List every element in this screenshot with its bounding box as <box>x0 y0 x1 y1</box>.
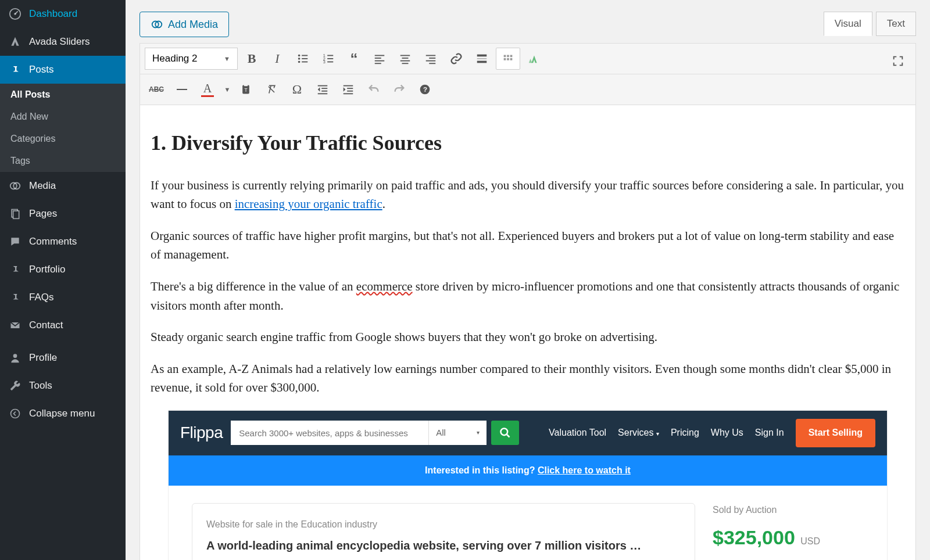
align-left-button[interactable] <box>368 47 391 70</box>
organic-traffic-link[interactable]: increasing your organic traffic <box>235 197 382 211</box>
menu-pages[interactable]: Pages <box>0 200 126 228</box>
menu-label: Tools <box>29 380 52 392</box>
menu-label: Posts <box>29 64 54 76</box>
menu-posts[interactable]: Posts <box>0 56 126 84</box>
wrench-icon <box>8 379 22 393</box>
submenu-tags[interactable]: Tags <box>0 150 126 172</box>
menu-label: Collapse menu <box>29 408 95 419</box>
menu-tools[interactable]: Tools <box>0 372 126 400</box>
svg-rect-34 <box>429 63 435 64</box>
submenu-categories[interactable]: Categories <box>0 128 126 150</box>
flippa-search-input[interactable] <box>231 421 428 445</box>
toolbar-row-1: Heading 2 ▼ B I 123 “ <box>140 44 915 74</box>
svg-rect-14 <box>302 58 307 59</box>
listing-title: A world-leading animal encyclopedia webs… <box>206 538 681 553</box>
svg-point-1 <box>14 13 16 15</box>
special-character-button[interactable]: Ω <box>285 78 309 101</box>
format-select[interactable]: Heading 2 ▼ <box>145 48 238 70</box>
tab-visual[interactable]: Visual <box>824 12 872 36</box>
listing-price: $325,000 USD <box>713 522 864 553</box>
svg-rect-37 <box>477 61 487 63</box>
content-paragraph: As an example, A-Z Animals had a relativ… <box>151 360 905 397</box>
menu-profile[interactable]: Profile <box>0 344 126 372</box>
toolbar-toggle-button[interactable] <box>496 48 520 70</box>
svg-rect-32 <box>429 58 435 59</box>
content-paragraph: Organic sources of traffic have higher p… <box>151 227 905 264</box>
watch-link[interactable]: Click here to watch it <box>538 465 631 475</box>
svg-rect-55 <box>344 93 353 94</box>
flippa-search: All▾ <box>231 421 519 445</box>
svg-rect-26 <box>375 63 381 64</box>
bullet-list-button[interactable] <box>291 47 314 70</box>
paste-text-button[interactable]: T <box>234 78 257 101</box>
svg-text:?: ? <box>423 85 427 93</box>
menu-comments[interactable]: Comments <box>0 228 126 256</box>
numbered-list-button[interactable]: 123 <box>317 47 340 70</box>
menu-media[interactable]: Media <box>0 172 126 200</box>
horizontal-rule-button[interactable] <box>170 78 194 101</box>
nav-valuation[interactable]: Valuation Tool <box>549 426 606 440</box>
svg-rect-28 <box>402 58 409 59</box>
comments-icon <box>8 235 22 249</box>
editor-content[interactable]: 1. Diversify Your Traffic Sources If you… <box>140 105 915 560</box>
redo-button[interactable] <box>388 78 411 101</box>
clear-formatting-button[interactable] <box>260 78 283 101</box>
nav-pricing[interactable]: Pricing <box>671 426 699 440</box>
avada-builder-button[interactable] <box>523 47 546 70</box>
outdent-button[interactable] <box>311 78 334 101</box>
svg-text:3: 3 <box>323 59 326 64</box>
svg-rect-16 <box>302 62 307 63</box>
read-more-button[interactable] <box>470 47 493 70</box>
flippa-category-select[interactable]: All▾ <box>428 421 487 445</box>
svg-rect-42 <box>507 58 509 60</box>
media-icon <box>151 18 163 31</box>
strikethrough-button[interactable]: ABC <box>145 78 168 101</box>
menu-label: Portfolio <box>29 264 65 275</box>
start-selling-button[interactable]: Start Selling <box>796 419 875 447</box>
add-media-button[interactable]: Add Media <box>140 12 229 37</box>
svg-rect-49 <box>321 88 327 89</box>
collapse-icon <box>8 407 22 421</box>
nav-whyus[interactable]: Why Us <box>711 426 743 440</box>
menu-portfolio[interactable]: Portfolio <box>0 256 126 283</box>
content-paragraph: There's a big difference in the value of… <box>151 277 905 315</box>
bold-button[interactable]: B <box>240 47 263 70</box>
help-button[interactable]: ? <box>413 78 437 101</box>
dashboard-icon <box>8 7 22 21</box>
flippa-logo: Flippa <box>180 420 223 445</box>
tab-text[interactable]: Text <box>876 12 916 36</box>
align-center-button[interactable] <box>394 47 417 70</box>
menu-dashboard[interactable]: Dashboard <box>0 0 126 28</box>
submenu-all-posts[interactable]: All Posts <box>0 84 126 106</box>
fullscreen-button[interactable] <box>886 49 910 73</box>
nav-services[interactable]: Services ▾ <box>618 426 659 440</box>
text-color-button[interactable]: A <box>196 78 219 101</box>
menu-contact[interactable]: Contact <box>0 311 126 339</box>
indent-button[interactable] <box>337 78 360 101</box>
svg-rect-53 <box>347 88 353 89</box>
svg-rect-43 <box>510 58 513 60</box>
menu-faqs[interactable]: FAQs <box>0 283 126 311</box>
link-button[interactable] <box>445 47 468 70</box>
pin-icon <box>8 263 22 277</box>
content-paragraph: Steady organic search engine traffic fro… <box>151 328 905 347</box>
undo-button[interactable] <box>362 78 385 101</box>
flippa-nav: Valuation Tool Services ▾ Pricing Why Us… <box>549 419 875 447</box>
format-select-value: Heading 2 <box>152 53 198 64</box>
menu-label: Contact <box>29 320 63 331</box>
svg-rect-12 <box>302 55 307 56</box>
menu-collapse[interactable]: Collapse menu <box>0 400 126 428</box>
content-paragraph: If your business is currently relying pr… <box>151 176 905 214</box>
svg-rect-35 <box>477 55 487 57</box>
svg-rect-5 <box>13 211 19 218</box>
italic-button[interactable]: I <box>266 47 289 70</box>
menu-avada-sliders[interactable]: Avada Sliders <box>0 28 126 56</box>
align-right-button[interactable] <box>419 47 442 70</box>
submenu-add-new[interactable]: Add New <box>0 106 126 128</box>
nav-signin[interactable]: Sign In <box>755 426 784 440</box>
flippa-search-button[interactable] <box>491 421 519 445</box>
blockquote-button[interactable]: “ <box>342 47 366 70</box>
svg-rect-54 <box>347 91 353 92</box>
svg-point-58 <box>501 429 508 436</box>
text-color-dropdown[interactable]: ▼ <box>221 78 232 101</box>
